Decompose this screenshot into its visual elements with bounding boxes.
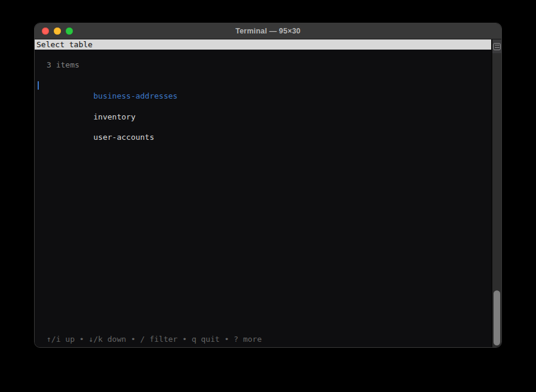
items-count: 3 items [35,60,491,70]
terminal-window: Terminal — 95×30 Select table 3 items bu… [34,23,502,348]
list-item-label: business-addresses [93,91,177,100]
list-item-label: inventory [93,112,135,121]
list-item-business-addresses[interactable]: business-addresses [35,81,491,91]
window-title: Terminal — 95×30 [35,27,501,35]
traffic-lights [42,23,73,39]
list-item-user-accounts[interactable]: user-accounts [35,122,491,132]
help-bar: ↑/i up • ↓/k down • / filter • q quit • … [35,334,491,344]
terminal-content: Select table 3 items business-addresses … [35,39,501,347]
scrollbar-thumb[interactable] [494,290,500,345]
titlebar[interactable]: Terminal — 95×30 [35,23,501,39]
close-button[interactable] [42,27,49,35]
list-item-inventory[interactable]: inventory [35,101,491,111]
zoom-button[interactable] [66,27,73,35]
minimize-button[interactable] [54,27,61,35]
scrollback-marker-icon [493,43,501,50]
list-item-label: user-accounts [93,133,154,142]
empty-terminal-area [35,132,491,334]
tui-title-bar: Select table [35,39,491,50]
tui-list-view: Select table 3 items business-addresses … [35,39,491,347]
scrollbar[interactable] [491,39,501,347]
desktop-background: Terminal — 95×30 Select table 3 items bu… [0,0,536,392]
selection-cursor-bar [38,81,39,90]
scrollback-marker[interactable] [492,39,501,53]
